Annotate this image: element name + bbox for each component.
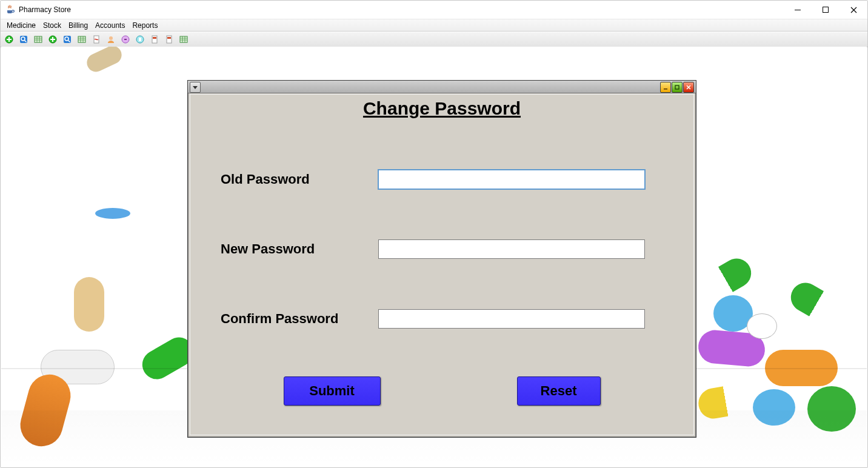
toolbar-search-icon[interactable] bbox=[18, 33, 30, 45]
bg-pill-icon bbox=[84, 47, 124, 75]
maximize-button[interactable] bbox=[812, 1, 840, 19]
bg-pill-icon bbox=[74, 277, 104, 332]
toolbar-table-icon-2[interactable] bbox=[76, 33, 88, 45]
confirm-password-label: Confirm Password bbox=[221, 311, 378, 327]
menu-stock[interactable]: Stock bbox=[39, 20, 65, 31]
menu-medicine[interactable]: Medicine bbox=[3, 20, 39, 31]
dialog-title: Change Password bbox=[190, 98, 693, 119]
button-row: Submit Reset bbox=[190, 376, 693, 406]
window-control-buttons bbox=[784, 1, 867, 19]
toolbar-document-icon[interactable] bbox=[90, 33, 102, 45]
title-bar: Pharmacy Store bbox=[1, 1, 867, 19]
toolbar-add-icon-2[interactable] bbox=[47, 33, 59, 45]
svg-point-11 bbox=[109, 36, 113, 40]
svg-rect-9 bbox=[78, 36, 85, 42]
tool-bar bbox=[1, 32, 867, 47]
menu-billing[interactable]: Billing bbox=[65, 20, 92, 31]
svg-rect-17 bbox=[167, 36, 172, 43]
change-password-body: Change Password Old Password New Passwor… bbox=[190, 94, 694, 435]
java-cup-icon bbox=[5, 5, 15, 15]
svg-rect-18 bbox=[167, 37, 171, 39]
svg-rect-21 bbox=[675, 85, 679, 89]
new-password-row: New Password bbox=[221, 237, 663, 261]
internal-window-controls bbox=[660, 82, 694, 93]
confirm-password-input[interactable] bbox=[378, 309, 645, 329]
toolbar-purple-icon[interactable] bbox=[119, 33, 132, 45]
menu-accounts[interactable]: Accounts bbox=[92, 20, 129, 31]
svg-rect-14 bbox=[139, 38, 141, 41]
bg-pill-icon bbox=[95, 208, 130, 219]
new-password-label: New Password bbox=[221, 241, 378, 257]
svg-rect-15 bbox=[152, 36, 157, 43]
old-password-row: Old Password bbox=[221, 167, 663, 192]
internal-system-menu-icon[interactable] bbox=[190, 82, 201, 93]
new-password-input[interactable] bbox=[378, 239, 645, 259]
svg-rect-1 bbox=[823, 7, 829, 13]
minimize-button[interactable] bbox=[784, 1, 812, 19]
menu-reports[interactable]: Reports bbox=[129, 20, 161, 31]
old-password-label: Old Password bbox=[221, 172, 378, 187]
reset-button[interactable]: Reset bbox=[517, 376, 601, 406]
toolbar-report-icon-2[interactable] bbox=[163, 33, 175, 45]
toolbar-search-icon-2[interactable] bbox=[61, 33, 73, 45]
toolbar-user-icon[interactable] bbox=[105, 33, 117, 45]
toolbar-table-icon[interactable] bbox=[32, 33, 44, 45]
internal-close-button[interactable] bbox=[683, 82, 694, 93]
toolbar-table-icon-3[interactable] bbox=[178, 33, 190, 45]
svg-rect-19 bbox=[180, 36, 187, 42]
mdi-desktop: Change Password Old Password New Passwor… bbox=[1, 47, 867, 467]
svg-rect-20 bbox=[664, 89, 667, 90]
close-button[interactable] bbox=[840, 1, 867, 19]
internal-minimize-button[interactable] bbox=[660, 82, 671, 93]
toolbar-add-icon[interactable] bbox=[3, 33, 15, 45]
bg-pill-icon bbox=[786, 278, 847, 330]
app-window: Pharmacy Store Medicine Stock Billing Ac… bbox=[0, 0, 868, 468]
svg-rect-0 bbox=[795, 10, 801, 10]
old-password-input[interactable] bbox=[378, 170, 645, 189]
internal-maximize-button[interactable] bbox=[672, 82, 683, 93]
internal-title-bar[interactable] bbox=[188, 81, 696, 93]
bg-pill-icon bbox=[747, 313, 777, 339]
svg-rect-5 bbox=[35, 36, 42, 42]
submit-button[interactable]: Submit bbox=[284, 376, 381, 406]
confirm-password-row: Confirm Password bbox=[221, 307, 663, 331]
window-title: Pharmacy Store bbox=[19, 5, 71, 14]
menu-bar: Medicine Stock Billing Accounts Reports bbox=[1, 19, 867, 32]
toolbar-cyan-icon[interactable] bbox=[134, 33, 146, 45]
svg-rect-16 bbox=[153, 37, 156, 39]
toolbar-report-icon[interactable] bbox=[149, 33, 161, 45]
change-password-window: Change Password Old Password New Passwor… bbox=[187, 80, 696, 438]
